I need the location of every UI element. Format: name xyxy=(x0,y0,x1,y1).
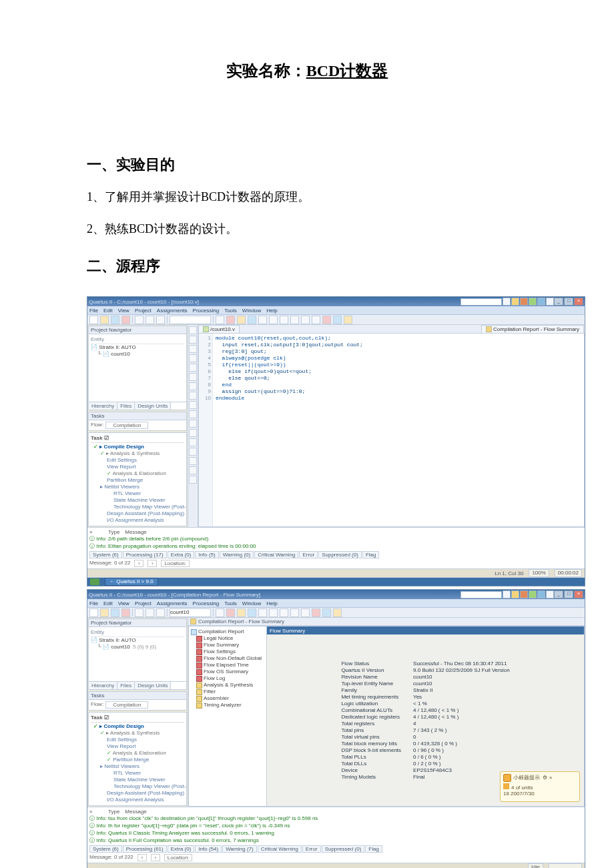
tree-item[interactable]: Flow OS Summary xyxy=(191,669,264,675)
tool-compile-icon[interactable] xyxy=(216,608,224,617)
tree-root[interactable]: Compilation Report xyxy=(191,628,264,635)
maximize-button[interactable]: □ xyxy=(564,590,573,598)
task-sm-viewer[interactable]: State Machine Viewer xyxy=(91,777,184,783)
code-editor[interactable]: 12345678910 module count10(reset,qout,co… xyxy=(198,333,585,527)
tool-misc3-icon[interactable] xyxy=(344,316,352,324)
minimize-button[interactable]: _ xyxy=(554,298,563,306)
edit-icon[interactable] xyxy=(189,476,197,484)
tool-sim-icon[interactable] xyxy=(269,316,278,324)
tree-item[interactable]: Flow Elapsed Time xyxy=(191,662,264,669)
tool-paste-icon[interactable] xyxy=(156,316,165,324)
msgtab-error[interactable]: Error xyxy=(299,551,318,558)
edit-icon[interactable] xyxy=(189,364,197,372)
menu-file[interactable]: File xyxy=(89,600,98,606)
msgtab-warning[interactable]: Warning (0) xyxy=(220,551,254,558)
msgtab-critical[interactable]: Critical Warning xyxy=(258,845,302,853)
edit-icon[interactable] xyxy=(189,326,197,334)
nav-device[interactable]: 📄 Stratix II: AUTO xyxy=(91,344,184,351)
tree-folder[interactable]: Analysis & Synthesis xyxy=(191,682,264,689)
close-button[interactable]: × xyxy=(574,298,583,306)
edit-icon[interactable] xyxy=(189,429,197,437)
menu-help[interactable]: Help xyxy=(266,308,277,314)
edit-icon[interactable] xyxy=(189,420,197,428)
menu-tools[interactable]: Tools xyxy=(224,308,237,314)
msgtab-suppressed[interactable]: Suppressed (0) xyxy=(318,551,362,558)
tool-open-icon[interactable] xyxy=(100,608,109,617)
message-row[interactable]: ⓘ Info: Elitan propagation operations en… xyxy=(89,542,583,550)
menu-help[interactable]: Help xyxy=(266,600,277,606)
tool-analyze-icon[interactable] xyxy=(248,608,256,617)
title-bar[interactable]: Quartus II - C:/count10 - count10 - [Com… xyxy=(87,590,585,599)
close-button[interactable]: × xyxy=(574,590,583,598)
edit-icon[interactable] xyxy=(189,373,197,381)
msgtab-system[interactable]: System (6) xyxy=(89,551,122,558)
flow-dropdown[interactable]: Compilation xyxy=(105,422,148,429)
nav-entity[interactable]: └ 📄 count10 5 (0) 9 (0) xyxy=(97,644,184,650)
tree-folder[interactable]: Fitter xyxy=(191,689,264,695)
task-compile[interactable]: ▸ Compile Design xyxy=(91,444,184,450)
message-row[interactable]: ⓘ Info: Quartus II Classic Timing Analyz… xyxy=(89,829,583,837)
search-button[interactable] xyxy=(503,590,511,598)
tree-item[interactable]: Flow Settings xyxy=(191,648,264,655)
search-input[interactable] xyxy=(460,298,502,306)
task-design-assist[interactable]: Design Assistant (Post-Mapping) xyxy=(91,510,184,517)
task-edit-settings[interactable]: Edit Settings xyxy=(91,737,184,743)
notification-popup[interactable]: 小标题提示 ⚙ × 4 of units 18 2007/7/30 xyxy=(500,771,580,802)
task-io-analysis[interactable]: I/O Assignment Analysis xyxy=(91,517,184,524)
edit-icon[interactable] xyxy=(189,392,197,400)
tool-save-icon[interactable] xyxy=(111,608,119,617)
msg-prev-button[interactable]: ‹ xyxy=(137,854,147,861)
task-edit-settings[interactable]: Edit Settings xyxy=(91,457,184,464)
tool-compile-icon[interactable] xyxy=(216,316,224,324)
msgtab-processing[interactable]: Processing (17) xyxy=(123,551,167,558)
edit-icon[interactable] xyxy=(189,336,197,344)
tree-folder[interactable]: Assembler xyxy=(191,695,264,702)
menu-assignments[interactable]: Assignments xyxy=(157,600,188,606)
tree-item[interactable]: Flow Log xyxy=(191,675,264,682)
nav-tab-files[interactable]: Files xyxy=(117,402,135,410)
tool-timing-icon[interactable] xyxy=(258,316,267,324)
report-tab-label[interactable]: Compilation Report - Flow Summary xyxy=(198,618,284,624)
message-row[interactable]: ⓘ Info: 2/6 path details before 2/6 pin … xyxy=(89,535,583,542)
tool-save-icon[interactable] xyxy=(111,316,119,324)
msgtab-flag[interactable]: Flag xyxy=(365,845,382,853)
code-content[interactable]: module count10(reset,qout,cout,clk); inp… xyxy=(213,334,584,526)
tool-sim-icon[interactable] xyxy=(269,608,278,617)
tool-copy-icon[interactable] xyxy=(145,316,154,324)
search-opt-4[interactable] xyxy=(537,298,545,306)
msgtab-info[interactable]: Info (5) xyxy=(195,551,218,558)
nav-tab-hierarchy[interactable]: Hierarchy xyxy=(89,682,117,689)
file-tab-report[interactable]: Compilation Report - Flow Summary xyxy=(481,325,584,334)
taskbar-app[interactable]: ← Quartus II > 9.0 xyxy=(105,578,158,586)
search-opt-5[interactable] xyxy=(546,590,554,598)
edit-icon[interactable] xyxy=(189,466,197,474)
tree-item[interactable]: Flow Summary xyxy=(191,642,264,648)
tool-tech-icon[interactable] xyxy=(312,316,320,324)
menu-window[interactable]: Window xyxy=(242,308,261,314)
msgtab-extra[interactable]: Extra (0) xyxy=(168,551,195,558)
search-opt-4[interactable] xyxy=(537,590,545,598)
task-tech-viewer[interactable]: Technology Map Viewer (Post-M xyxy=(91,783,184,790)
tool-rtl-icon[interactable] xyxy=(301,608,310,617)
project-dropdown[interactable]: count10 xyxy=(170,608,211,617)
msg-location-field[interactable]: Location: xyxy=(161,560,189,567)
menu-project[interactable]: Project xyxy=(135,308,151,314)
menu-project[interactable]: Project xyxy=(135,600,151,606)
menu-edit[interactable]: Edit xyxy=(103,600,113,606)
msgtab-system[interactable]: System (6) xyxy=(89,845,122,853)
task-netlist[interactable]: ▸ Netlist Viewers xyxy=(91,763,184,770)
tool-misc-icon[interactable] xyxy=(322,316,331,324)
tool-program-icon[interactable] xyxy=(237,316,246,324)
task-partition[interactable]: Partition Merge xyxy=(91,757,184,763)
tree-folder[interactable]: Timing Analyzer xyxy=(191,702,264,709)
tool-chip-icon[interactable] xyxy=(280,608,288,617)
task-analysis[interactable]: ▸ Analysis & Synthesis xyxy=(91,450,184,457)
start-button-icon[interactable] xyxy=(90,578,99,585)
msg-prev-button[interactable]: ‹ xyxy=(134,560,143,567)
msgtab-error[interactable]: Error xyxy=(302,845,321,853)
tool-timing-icon[interactable] xyxy=(258,608,267,617)
task-elaboration[interactable]: Analysis & Elaboration xyxy=(91,750,184,757)
nav-device[interactable]: 📄 Stratix II: AUTO xyxy=(91,637,184,644)
tree-item[interactable]: Legal Notice xyxy=(191,635,264,642)
search-opt-1[interactable] xyxy=(511,590,519,598)
